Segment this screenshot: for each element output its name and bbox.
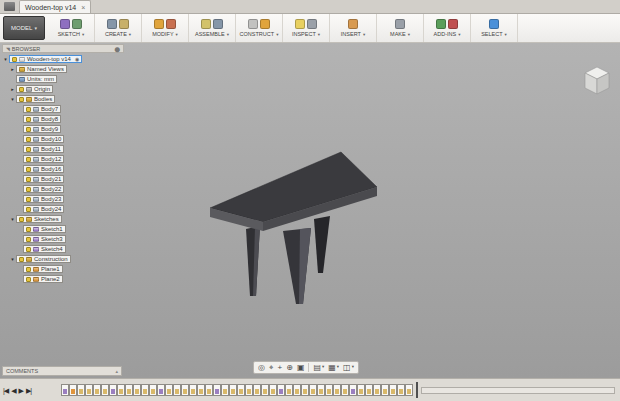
timeline-feature-loft-icon[interactable] (253, 384, 261, 396)
tree-node-body12[interactable]: Body12 (23, 155, 64, 163)
twisty-icon[interactable]: ▸ (9, 65, 16, 73)
tree-node-plane2[interactable]: Plane2 (23, 275, 63, 283)
tree-node-body11[interactable]: Body11 (23, 145, 64, 153)
timeline-feature-loft-icon[interactable] (237, 384, 245, 396)
tree-node-sketches[interactable]: Sketches (16, 215, 62, 223)
tree-node-sketch1[interactable]: Sketch1 (23, 225, 66, 233)
visibility-bulb-icon[interactable] (26, 207, 31, 212)
tree-node-body24[interactable]: Body24 (23, 205, 64, 213)
timeline-empty-track[interactable] (421, 387, 615, 394)
tree-node-sketch4[interactable]: Sketch4 (23, 245, 66, 253)
step-back-button[interactable]: ◀ (11, 387, 15, 394)
timeline-feature-loft-icon[interactable] (93, 384, 101, 396)
timeline-feature-loft-icon[interactable] (133, 384, 141, 396)
menu-assemble[interactable]: ASSEMBLE▾ (189, 14, 236, 42)
timeline-feature-loft-icon[interactable] (101, 384, 109, 396)
visibility-bulb-icon[interactable] (26, 157, 31, 162)
visibility-bulb-icon[interactable] (12, 57, 17, 62)
menu-create[interactable]: CREATE▾ (95, 14, 142, 42)
tree-node-body21[interactable]: Body21 (23, 175, 64, 183)
tree-node-body16[interactable]: Body16 (23, 165, 64, 173)
model-top-face[interactable] (210, 152, 377, 222)
visibility-bulb-icon[interactable] (26, 107, 31, 112)
timeline-feature-loft-icon[interactable] (373, 384, 381, 396)
twisty-icon[interactable]: ▾ (2, 55, 9, 63)
timeline-feature-loft-icon[interactable] (245, 384, 253, 396)
tree-node-origin[interactable]: Origin (16, 85, 53, 93)
timeline-feature-loft-icon[interactable] (301, 384, 309, 396)
tree-node-body8[interactable]: Body8 (23, 115, 61, 123)
timeline-feature-loft-icon[interactable] (333, 384, 341, 396)
timeline-feature-loft-icon[interactable] (77, 384, 85, 396)
visibility-bulb-icon[interactable] (26, 177, 31, 182)
tree-node-units-mm[interactable]: Units: mm (16, 75, 57, 83)
visibility-bulb-icon[interactable] (26, 247, 31, 252)
tab-close-icon[interactable]: × (81, 4, 85, 11)
orbit-button[interactable]: ◎ (258, 364, 265, 372)
timeline-feature-loft-icon[interactable] (181, 384, 189, 396)
visibility-bulb-icon[interactable] (26, 167, 31, 172)
visibility-bulb-icon[interactable] (26, 237, 31, 242)
visibility-bulb-icon[interactable] (19, 97, 24, 102)
visibility-bulb-icon[interactable] (26, 277, 31, 282)
timeline-feature-loft-icon[interactable] (149, 384, 157, 396)
timeline-feature-loft-icon[interactable] (189, 384, 197, 396)
timeline-feature-loft-icon[interactable] (405, 384, 413, 396)
viewports-button[interactable]: ◫▾ (343, 364, 354, 372)
collapse-panel-icon[interactable]: ◥ (6, 46, 10, 52)
twisty-icon[interactable]: ▾ (9, 255, 16, 263)
timeline-feature-sketch-icon[interactable] (61, 384, 69, 396)
browser-header[interactable]: ◥ BROWSER ⬤ (2, 44, 124, 53)
tree-node-construction[interactable]: Construction (16, 255, 71, 263)
tree-node-bodies[interactable]: Bodies (16, 95, 55, 103)
timeline-feature-loft-icon[interactable] (325, 384, 333, 396)
visibility-bulb-icon[interactable] (26, 127, 31, 132)
menu-select[interactable]: SELECT▾ (471, 14, 518, 42)
pan-button[interactable]: + (278, 364, 283, 372)
visibility-bulb-icon[interactable] (19, 87, 24, 92)
timeline-feature-loft-icon[interactable] (389, 384, 397, 396)
visibility-bulb-icon[interactable] (26, 147, 31, 152)
timeline-feature-sketch-icon[interactable] (277, 384, 285, 396)
timeline-feature-loft-icon[interactable] (229, 384, 237, 396)
timeline-feature-loft-icon[interactable] (197, 384, 205, 396)
tree-node-body9[interactable]: Body9 (23, 125, 61, 133)
timeline-feature-sketch-icon[interactable] (157, 384, 165, 396)
expand-comments-icon[interactable]: ▴ (115, 368, 118, 374)
play-button[interactable]: ▶ (19, 387, 23, 394)
tree-node-body23[interactable]: Body23 (23, 195, 64, 203)
timeline-feature-loft-icon[interactable] (285, 384, 293, 396)
menu-inspect[interactable]: INSPECT▾ (283, 14, 330, 42)
twisty-icon[interactable]: ▾ (9, 95, 16, 103)
tree-node-named-views[interactable]: Named Views (16, 65, 67, 73)
tree-node-body10[interactable]: Body10 (23, 135, 64, 143)
display-settings-button[interactable]: ▤▾ (313, 364, 324, 372)
app-icon[interactable] (4, 2, 15, 11)
menu-sketch[interactable]: SKETCH▾ (48, 14, 95, 42)
timeline-feature-loft-icon[interactable] (165, 384, 173, 396)
menu-make[interactable]: MAKE▾ (377, 14, 424, 42)
visibility-bulb-icon[interactable] (26, 117, 31, 122)
visibility-bulb-icon[interactable] (19, 257, 24, 262)
timeline-feature-loft-icon[interactable] (205, 384, 213, 396)
tree-node-sketch3[interactable]: Sketch3 (23, 235, 66, 243)
timeline-feature-loft-icon[interactable] (261, 384, 269, 396)
timeline-feature-loft-icon[interactable] (365, 384, 373, 396)
timeline-feature-loft-icon[interactable] (141, 384, 149, 396)
timeline-feature-loft-icon[interactable] (341, 384, 349, 396)
comments-bar[interactable]: COMMENTS ▴ (2, 366, 122, 376)
view-cube[interactable] (579, 63, 615, 99)
timeline-feature-loft-icon[interactable] (269, 384, 277, 396)
grid-and-snaps-button[interactable]: ▦▾ (328, 364, 339, 372)
skip-to-start-button[interactable]: |◀ (3, 387, 8, 394)
timeline-feature-loft-icon[interactable] (309, 384, 317, 396)
timeline-feature-loft-icon[interactable] (397, 384, 405, 396)
timeline-feature-sketch-icon[interactable] (213, 384, 221, 396)
timeline-feature-loft-icon[interactable] (357, 384, 365, 396)
visibility-bulb-icon[interactable] (26, 267, 31, 272)
menu-insert[interactable]: INSERT▾ (330, 14, 377, 42)
tree-node-body7[interactable]: Body7 (23, 105, 61, 113)
twisty-icon[interactable]: ▸ (9, 85, 16, 93)
visibility-bulb-icon[interactable] (26, 187, 31, 192)
model-leg-back[interactable] (314, 216, 330, 273)
